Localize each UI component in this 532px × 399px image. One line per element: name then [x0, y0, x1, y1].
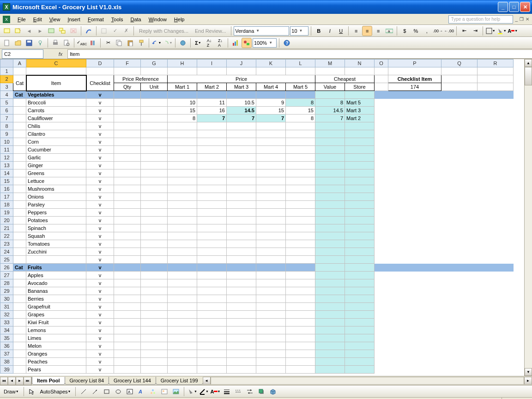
cell-qty-6[interactable] [114, 107, 141, 115]
cell-m2-4[interactable] [197, 91, 227, 99]
cell-qty-21[interactable] [114, 224, 141, 232]
sort-asc-button[interactable]: A↓Z [204, 38, 214, 48]
cell-m1-26[interactable] [168, 264, 197, 272]
cell-item-30[interactable]: Berries [26, 295, 86, 303]
cell-R-8[interactable] [478, 122, 514, 130]
cell-qty-8[interactable] [114, 122, 141, 130]
hscroll-left-button[interactable]: ◄ [203, 377, 211, 385]
cell-cs-4[interactable] [345, 91, 375, 99]
cell-O-10[interactable] [375, 138, 388, 146]
cell-P-25[interactable] [388, 256, 441, 264]
row-header-38[interactable]: 38 [0, 358, 13, 366]
row-header-1[interactable]: 1 [0, 67, 13, 75]
cell-cat-22[interactable] [13, 232, 26, 240]
menu-file[interactable]: File [14, 15, 30, 24]
track-changes-icon[interactable] [99, 26, 109, 36]
cell-m1-28[interactable] [168, 279, 197, 287]
cell-m5-30[interactable] [286, 295, 315, 303]
cell-m4-19[interactable] [256, 209, 286, 217]
cell-unit-32[interactable] [141, 311, 168, 319]
cell-cat-24[interactable] [13, 248, 26, 256]
cell-m2-34[interactable] [197, 326, 227, 334]
cell-O-35[interactable] [375, 334, 388, 342]
cell-O-21[interactable] [375, 224, 388, 232]
cell-Q-39[interactable] [441, 366, 478, 374]
scroll-down-button[interactable]: ▼ [525, 368, 532, 376]
col-header-M[interactable]: M [315, 60, 345, 67]
borders-button[interactable]: ▼ [485, 26, 496, 36]
cell-P-27[interactable] [388, 272, 441, 279]
copy-button[interactable] [114, 38, 124, 48]
cell-cs-11[interactable] [345, 146, 375, 154]
cell-m3-25[interactable] [227, 256, 256, 264]
sort-desc-button[interactable]: Z↓A [215, 38, 225, 48]
cell-O-36[interactable] [375, 342, 388, 350]
cell-R-18[interactable] [478, 201, 514, 209]
edit-comment-icon[interactable] [13, 26, 23, 36]
col-header-D[interactable]: D [86, 60, 114, 67]
3d-button[interactable] [268, 387, 278, 397]
cell-cat-21[interactable] [13, 224, 26, 232]
comma-button[interactable]: , [422, 26, 432, 36]
checklist-item-count[interactable]: 174 [388, 83, 441, 91]
cell-cv-16[interactable] [315, 185, 345, 193]
cell-chk-13[interactable]: v [86, 162, 114, 169]
cell-cv-6[interactable]: 14.5 [315, 107, 345, 115]
cell-m5-10[interactable] [286, 138, 315, 146]
cell-O-13[interactable] [375, 162, 388, 169]
cell-m2-9[interactable] [197, 130, 227, 138]
cell-R-6[interactable] [478, 107, 514, 115]
cell-m2-25[interactable] [197, 256, 227, 264]
cell-unit-39[interactable] [141, 366, 168, 374]
select-objects-button[interactable] [27, 387, 37, 397]
cell-m1-32[interactable] [168, 311, 197, 319]
row-header-12[interactable]: 12 [0, 154, 13, 162]
cell-m2-22[interactable] [197, 232, 227, 240]
cell-I1[interactable] [197, 67, 227, 75]
header-unit[interactable]: Unit [141, 83, 168, 91]
col-header-O[interactable]: O [375, 60, 388, 67]
cell-cv-8[interactable] [315, 122, 345, 130]
cell-cv-25[interactable] [315, 256, 345, 264]
cell-P-19[interactable] [388, 209, 441, 217]
cell-item-20[interactable]: Potatoes [26, 217, 86, 224]
cell-Q-16[interactable] [441, 185, 478, 193]
cell-O1[interactable] [375, 67, 388, 75]
cell-cv-12[interactable] [315, 154, 345, 162]
cell-cat-16[interactable] [13, 185, 26, 193]
diagram-button[interactable] [148, 387, 158, 397]
cell-O-9[interactable] [375, 130, 388, 138]
print-preview-button[interactable] [61, 38, 72, 48]
cell-unit-36[interactable] [141, 342, 168, 350]
col-header-G[interactable]: G [141, 60, 168, 67]
cell-m3-7[interactable]: 7 [227, 115, 256, 122]
cell-chk-11[interactable]: v [86, 146, 114, 154]
cell-cat-8[interactable] [13, 122, 26, 130]
cell-R2[interactable] [478, 75, 514, 83]
row-header-25[interactable]: 25 [0, 256, 13, 264]
cell-cv-31[interactable] [315, 303, 345, 311]
cell-qty-14[interactable] [114, 169, 141, 177]
maximize-button[interactable]: □ [509, 2, 519, 12]
cell-chk-24[interactable]: v [86, 248, 114, 256]
row-header-15[interactable]: 15 [0, 177, 13, 185]
cell-cs-31[interactable] [345, 303, 375, 311]
cell-qty-37[interactable] [114, 350, 141, 358]
shadow-button[interactable] [256, 387, 266, 397]
cell-P-31[interactable] [388, 303, 441, 311]
cell-cs-22[interactable] [345, 232, 375, 240]
decrease-indent-button[interactable]: ⇤ [459, 26, 469, 36]
cell-item-14[interactable]: Greens [26, 169, 86, 177]
cell-cat-14[interactable] [13, 169, 26, 177]
cell-m5-33[interactable] [286, 319, 315, 326]
cell-unit-18[interactable] [141, 201, 168, 209]
cell-m4-34[interactable] [256, 326, 286, 334]
cell-cv-30[interactable] [315, 295, 345, 303]
cell-Q-30[interactable] [441, 295, 478, 303]
cell-cat-32[interactable] [13, 311, 26, 319]
line-style-button[interactable] [222, 387, 232, 397]
cell-item-4[interactable]: Vegetables [26, 91, 86, 99]
cell-P-29[interactable] [388, 287, 441, 295]
cell-chk-37[interactable]: v [86, 350, 114, 358]
cell-cv-17[interactable] [315, 193, 345, 201]
